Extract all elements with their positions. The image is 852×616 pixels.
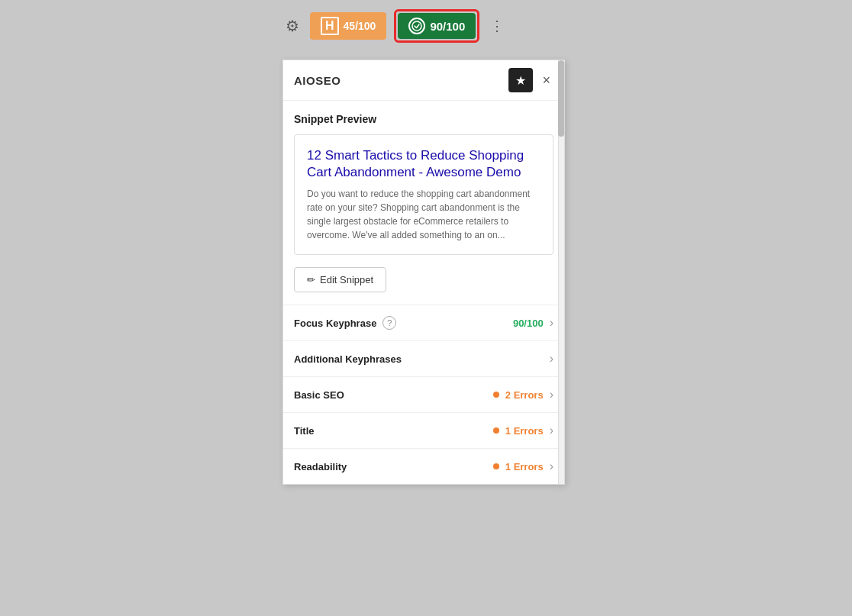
svg-point-0 — [412, 21, 421, 31]
basic-seo-right: 2 Errors › — [493, 388, 553, 402]
title-label: Title — [294, 425, 315, 437]
chevron-right-icon-5: › — [550, 460, 553, 473]
dots-icon: ⋮ — [490, 18, 504, 34]
error-dot-icon-2 — [493, 427, 499, 434]
panel-title: AIOSEO — [294, 74, 340, 87]
top-bar: ⚙ H 45/100 90/100 ⋮ — [282, 9, 507, 43]
readability-row[interactable]: Readability 1 Errors › — [283, 448, 564, 484]
snippet-heading[interactable]: 12 Smart Tactics to Reduce Shopping Cart… — [307, 147, 541, 181]
scrollbar[interactable] — [558, 60, 564, 484]
error-dot-icon — [493, 392, 499, 398]
h-icon: H — [321, 17, 339, 35]
seo-score-button[interactable]: 90/100 — [398, 13, 476, 39]
basic-seo-score: 2 Errors — [505, 389, 544, 401]
seo-score-value: 90/100 — [430, 20, 465, 33]
focus-keyphrase-right: 90/100 › — [513, 316, 553, 330]
main-container: ⚙ H 45/100 90/100 ⋮ — [0, 0, 852, 616]
panel-body: Snippet Preview 12 Smart Tactics to Redu… — [283, 101, 564, 305]
gear-button[interactable]: ⚙ — [282, 14, 302, 38]
readability-score: 1 Errors — [505, 461, 544, 472]
title-right: 1 Errors › — [493, 424, 553, 437]
focus-keyphrase-row[interactable]: Focus Keyphrase ? 90/100 › — [283, 305, 564, 340]
bookmark-button[interactable]: ★ — [508, 68, 533, 92]
readability-label: Readability — [294, 461, 347, 472]
snippet-preview-title: Snippet Preview — [294, 113, 553, 125]
star-icon: ★ — [515, 73, 526, 88]
basic-seo-label: Basic SEO — [294, 389, 344, 401]
pencil-icon: ✏ — [307, 274, 315, 285]
seo-icon — [408, 18, 425, 34]
edit-snippet-button[interactable]: ✏ Edit Snippet — [294, 267, 386, 292]
focus-keyphrase-label: Focus Keyphrase — [294, 318, 376, 329]
focus-keyphrase-score: 90/100 — [513, 318, 544, 329]
panel-header: AIOSEO ★ × — [283, 60, 564, 101]
title-left: Title — [294, 425, 315, 437]
scrollbar-thumb — [558, 60, 564, 137]
help-icon[interactable]: ? — [382, 316, 396, 330]
focus-keyphrase-left: Focus Keyphrase ? — [294, 316, 396, 330]
additional-keyphrases-right: › — [550, 352, 553, 366]
readability-left: Readability — [294, 461, 347, 472]
snippet-preview-box: 12 Smart Tactics to Reduce Shopping Cart… — [294, 134, 553, 255]
title-row[interactable]: Title 1 Errors › — [283, 412, 564, 448]
readability-right: 1 Errors › — [493, 460, 553, 473]
aioseo-panel: AIOSEO ★ × Snippet Preview 12 Smart Tact… — [282, 60, 565, 485]
error-dot-icon-3 — [493, 463, 499, 469]
chevron-right-icon-2: › — [550, 352, 553, 366]
section-rows: Focus Keyphrase ? 90/100 › Additional Ke… — [283, 305, 564, 484]
h-score-button[interactable]: H 45/100 — [310, 12, 386, 40]
basic-seo-left: Basic SEO — [294, 389, 344, 401]
close-button[interactable]: × — [539, 71, 553, 90]
edit-snippet-label: Edit Snippet — [320, 274, 373, 285]
additional-keyphrases-row[interactable]: Additional Keyphrases › — [283, 340, 564, 376]
chevron-right-icon-4: › — [550, 424, 553, 437]
title-score: 1 Errors — [505, 425, 544, 437]
additional-keyphrases-label: Additional Keyphrases — [294, 353, 402, 365]
chevron-right-icon: › — [550, 316, 553, 330]
panel-header-actions: ★ × — [508, 68, 553, 92]
additional-keyphrases-left: Additional Keyphrases — [294, 353, 402, 365]
gear-icon: ⚙ — [286, 18, 299, 34]
more-options-button[interactable]: ⋮ — [487, 15, 507, 37]
snippet-description: Do you want to reduce the shopping cart … — [307, 187, 541, 242]
close-icon: × — [542, 73, 550, 88]
h-score-value: 45/100 — [344, 20, 376, 32]
chevron-right-icon-3: › — [550, 388, 553, 402]
basic-seo-row[interactable]: Basic SEO 2 Errors › — [283, 376, 564, 412]
seo-score-wrapper: 90/100 — [394, 9, 479, 43]
